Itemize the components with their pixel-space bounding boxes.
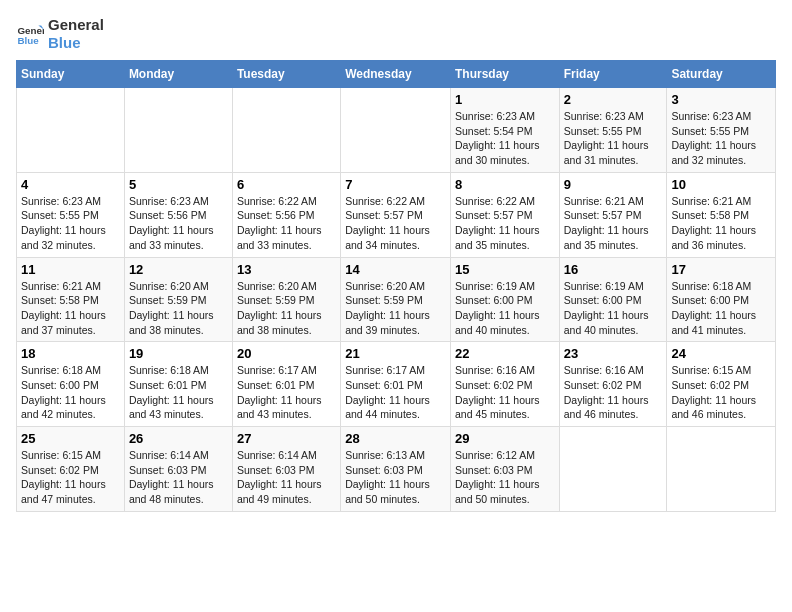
day-cell: 7Sunrise: 6:22 AMSunset: 5:57 PMDaylight…: [341, 172, 451, 257]
day-info: Sunrise: 6:17 AMSunset: 6:01 PMDaylight:…: [345, 363, 446, 422]
day-number: 19: [129, 346, 228, 361]
header-monday: Monday: [124, 61, 232, 88]
day-info: Sunrise: 6:22 AMSunset: 5:57 PMDaylight:…: [345, 194, 446, 253]
day-cell: [232, 88, 340, 173]
header-tuesday: Tuesday: [232, 61, 340, 88]
day-number: 10: [671, 177, 771, 192]
day-number: 29: [455, 431, 555, 446]
day-cell: 29Sunrise: 6:12 AMSunset: 6:03 PMDayligh…: [450, 427, 559, 512]
day-info: Sunrise: 6:18 AMSunset: 6:00 PMDaylight:…: [21, 363, 120, 422]
day-cell: [341, 88, 451, 173]
day-number: 14: [345, 262, 446, 277]
day-info: Sunrise: 6:23 AMSunset: 5:54 PMDaylight:…: [455, 109, 555, 168]
day-number: 18: [21, 346, 120, 361]
day-number: 8: [455, 177, 555, 192]
week-row-4: 18Sunrise: 6:18 AMSunset: 6:00 PMDayligh…: [17, 342, 776, 427]
day-cell: 1Sunrise: 6:23 AMSunset: 5:54 PMDaylight…: [450, 88, 559, 173]
day-info: Sunrise: 6:16 AMSunset: 6:02 PMDaylight:…: [455, 363, 555, 422]
day-cell: 5Sunrise: 6:23 AMSunset: 5:56 PMDaylight…: [124, 172, 232, 257]
day-number: 2: [564, 92, 663, 107]
day-number: 20: [237, 346, 336, 361]
day-cell: 9Sunrise: 6:21 AMSunset: 5:57 PMDaylight…: [559, 172, 667, 257]
day-info: Sunrise: 6:23 AMSunset: 5:56 PMDaylight:…: [129, 194, 228, 253]
day-cell: [559, 427, 667, 512]
day-info: Sunrise: 6:17 AMSunset: 6:01 PMDaylight:…: [237, 363, 336, 422]
day-cell: [667, 427, 776, 512]
day-cell: 20Sunrise: 6:17 AMSunset: 6:01 PMDayligh…: [232, 342, 340, 427]
day-info: Sunrise: 6:18 AMSunset: 6:00 PMDaylight:…: [671, 279, 771, 338]
day-number: 7: [345, 177, 446, 192]
day-cell: 10Sunrise: 6:21 AMSunset: 5:58 PMDayligh…: [667, 172, 776, 257]
day-cell: [17, 88, 125, 173]
day-info: Sunrise: 6:20 AMSunset: 5:59 PMDaylight:…: [129, 279, 228, 338]
day-info: Sunrise: 6:21 AMSunset: 5:58 PMDaylight:…: [671, 194, 771, 253]
day-number: 11: [21, 262, 120, 277]
header-saturday: Saturday: [667, 61, 776, 88]
header: General Blue General Blue: [16, 16, 776, 52]
day-cell: 26Sunrise: 6:14 AMSunset: 6:03 PMDayligh…: [124, 427, 232, 512]
day-cell: 11Sunrise: 6:21 AMSunset: 5:58 PMDayligh…: [17, 257, 125, 342]
day-cell: 24Sunrise: 6:15 AMSunset: 6:02 PMDayligh…: [667, 342, 776, 427]
logo-icon: General Blue: [16, 20, 44, 48]
week-row-2: 4Sunrise: 6:23 AMSunset: 5:55 PMDaylight…: [17, 172, 776, 257]
calendar-header-row: SundayMondayTuesdayWednesdayThursdayFrid…: [17, 61, 776, 88]
svg-text:Blue: Blue: [17, 35, 39, 46]
day-number: 15: [455, 262, 555, 277]
day-number: 21: [345, 346, 446, 361]
day-info: Sunrise: 6:22 AMSunset: 5:56 PMDaylight:…: [237, 194, 336, 253]
day-number: 9: [564, 177, 663, 192]
day-info: Sunrise: 6:15 AMSunset: 6:02 PMDaylight:…: [21, 448, 120, 507]
day-cell: 12Sunrise: 6:20 AMSunset: 5:59 PMDayligh…: [124, 257, 232, 342]
week-row-5: 25Sunrise: 6:15 AMSunset: 6:02 PMDayligh…: [17, 427, 776, 512]
day-cell: 15Sunrise: 6:19 AMSunset: 6:00 PMDayligh…: [450, 257, 559, 342]
day-info: Sunrise: 6:22 AMSunset: 5:57 PMDaylight:…: [455, 194, 555, 253]
day-info: Sunrise: 6:19 AMSunset: 6:00 PMDaylight:…: [455, 279, 555, 338]
day-number: 25: [21, 431, 120, 446]
day-info: Sunrise: 6:13 AMSunset: 6:03 PMDaylight:…: [345, 448, 446, 507]
day-cell: [124, 88, 232, 173]
day-number: 3: [671, 92, 771, 107]
day-number: 17: [671, 262, 771, 277]
day-number: 5: [129, 177, 228, 192]
day-cell: 8Sunrise: 6:22 AMSunset: 5:57 PMDaylight…: [450, 172, 559, 257]
day-cell: 14Sunrise: 6:20 AMSunset: 5:59 PMDayligh…: [341, 257, 451, 342]
day-cell: 2Sunrise: 6:23 AMSunset: 5:55 PMDaylight…: [559, 88, 667, 173]
day-cell: 21Sunrise: 6:17 AMSunset: 6:01 PMDayligh…: [341, 342, 451, 427]
day-info: Sunrise: 6:20 AMSunset: 5:59 PMDaylight:…: [345, 279, 446, 338]
day-cell: 13Sunrise: 6:20 AMSunset: 5:59 PMDayligh…: [232, 257, 340, 342]
header-thursday: Thursday: [450, 61, 559, 88]
day-number: 22: [455, 346, 555, 361]
day-cell: 27Sunrise: 6:14 AMSunset: 6:03 PMDayligh…: [232, 427, 340, 512]
day-info: Sunrise: 6:12 AMSunset: 6:03 PMDaylight:…: [455, 448, 555, 507]
day-number: 13: [237, 262, 336, 277]
logo-blue: Blue: [48, 34, 104, 52]
header-sunday: Sunday: [17, 61, 125, 88]
header-wednesday: Wednesday: [341, 61, 451, 88]
day-info: Sunrise: 6:16 AMSunset: 6:02 PMDaylight:…: [564, 363, 663, 422]
day-info: Sunrise: 6:23 AMSunset: 5:55 PMDaylight:…: [671, 109, 771, 168]
day-number: 4: [21, 177, 120, 192]
logo: General Blue General Blue: [16, 16, 104, 52]
day-number: 16: [564, 262, 663, 277]
day-info: Sunrise: 6:14 AMSunset: 6:03 PMDaylight:…: [129, 448, 228, 507]
day-info: Sunrise: 6:23 AMSunset: 5:55 PMDaylight:…: [21, 194, 120, 253]
day-number: 6: [237, 177, 336, 192]
week-row-3: 11Sunrise: 6:21 AMSunset: 5:58 PMDayligh…: [17, 257, 776, 342]
day-info: Sunrise: 6:14 AMSunset: 6:03 PMDaylight:…: [237, 448, 336, 507]
day-cell: 22Sunrise: 6:16 AMSunset: 6:02 PMDayligh…: [450, 342, 559, 427]
day-cell: 17Sunrise: 6:18 AMSunset: 6:00 PMDayligh…: [667, 257, 776, 342]
day-cell: 28Sunrise: 6:13 AMSunset: 6:03 PMDayligh…: [341, 427, 451, 512]
day-info: Sunrise: 6:19 AMSunset: 6:00 PMDaylight:…: [564, 279, 663, 338]
day-info: Sunrise: 6:18 AMSunset: 6:01 PMDaylight:…: [129, 363, 228, 422]
day-cell: 19Sunrise: 6:18 AMSunset: 6:01 PMDayligh…: [124, 342, 232, 427]
day-number: 12: [129, 262, 228, 277]
day-cell: 6Sunrise: 6:22 AMSunset: 5:56 PMDaylight…: [232, 172, 340, 257]
day-cell: 18Sunrise: 6:18 AMSunset: 6:00 PMDayligh…: [17, 342, 125, 427]
day-number: 27: [237, 431, 336, 446]
logo-general: General: [48, 16, 104, 34]
day-info: Sunrise: 6:21 AMSunset: 5:58 PMDaylight:…: [21, 279, 120, 338]
day-number: 1: [455, 92, 555, 107]
day-number: 26: [129, 431, 228, 446]
day-info: Sunrise: 6:21 AMSunset: 5:57 PMDaylight:…: [564, 194, 663, 253]
week-row-1: 1Sunrise: 6:23 AMSunset: 5:54 PMDaylight…: [17, 88, 776, 173]
